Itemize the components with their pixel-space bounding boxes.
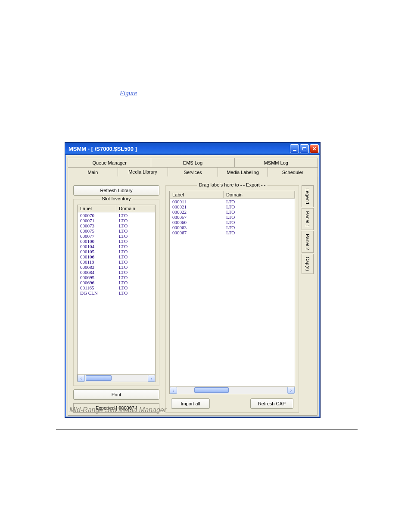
list-item[interactable]: 000070LTO bbox=[78, 213, 155, 218]
cell-domain: LTO bbox=[116, 290, 155, 296]
list-item[interactable]: 000684LTO bbox=[78, 270, 155, 275]
tab-ems-log[interactable]: EMS Log bbox=[151, 158, 234, 167]
col-label[interactable]: Label bbox=[78, 205, 116, 212]
tab-label: Services bbox=[184, 170, 202, 175]
side-tab-legend[interactable]: Legend bbox=[302, 185, 314, 207]
tab-row-top: Queue Manager EMS Log MSMM Log bbox=[68, 158, 318, 167]
list-item[interactable]: 000021LTO bbox=[170, 204, 295, 209]
cell-domain: LTO bbox=[116, 239, 155, 244]
side-tab-panel-2[interactable]: Panel 2 bbox=[302, 231, 314, 253]
cell-label: 000077 bbox=[78, 233, 116, 239]
cell-domain: LTO bbox=[116, 285, 155, 290]
tab-msmm-log[interactable]: MSMM Log bbox=[234, 158, 318, 167]
tab-label: Cap(s) bbox=[305, 257, 310, 271]
list-item[interactable]: 000077LTO bbox=[78, 233, 155, 239]
cell-domain: LTO bbox=[116, 280, 155, 285]
list-item[interactable]: 000100LTO bbox=[78, 239, 155, 244]
export-list[interactable]: Label Domain 000011LTO000021LTO000022LTO… bbox=[169, 191, 295, 394]
scroll-right-icon[interactable]: › bbox=[287, 387, 295, 394]
list-item[interactable]: 000063LTO bbox=[170, 225, 295, 230]
cell-domain: LTO bbox=[116, 275, 155, 280]
cell-domain: LTO bbox=[116, 228, 155, 233]
list-item[interactable]: 000067LTO bbox=[170, 230, 295, 235]
tab-services[interactable]: Services bbox=[168, 167, 218, 177]
minimize-button[interactable] bbox=[290, 144, 299, 153]
close-button[interactable]: × bbox=[310, 144, 319, 153]
list-body[interactable]: 000070LTO000071LTO000073LTO000075LTO0000… bbox=[78, 212, 155, 374]
maximize-button[interactable] bbox=[300, 144, 309, 153]
side-tab-panel-1[interactable]: Panel 1 bbox=[302, 208, 314, 230]
scroll-track[interactable] bbox=[177, 387, 287, 394]
scroll-track[interactable] bbox=[85, 375, 148, 382]
tab-queue-manager[interactable]: Queue Manager bbox=[68, 158, 151, 167]
cell-label: 000011 bbox=[170, 199, 224, 204]
horizontal-scrollbar[interactable]: ‹ › bbox=[78, 374, 155, 382]
cell-domain: LTO bbox=[116, 270, 155, 275]
list-item[interactable]: 000057LTO bbox=[170, 215, 295, 220]
figure-link[interactable]: Figure bbox=[120, 90, 137, 97]
cell-domain: LTO bbox=[116, 254, 155, 259]
refresh-library-button[interactable]: Refresh Library bbox=[73, 185, 159, 196]
list-item[interactable]: 000060LTO bbox=[170, 220, 295, 225]
list-item[interactable]: 000683LTO bbox=[78, 264, 155, 270]
cell-domain: LTO bbox=[116, 218, 155, 223]
cell-domain: LTO bbox=[116, 233, 155, 239]
scroll-left-icon[interactable]: ‹ bbox=[78, 375, 85, 382]
list-item[interactable]: 000106LTO bbox=[78, 254, 155, 259]
scroll-thumb[interactable] bbox=[194, 387, 229, 393]
col-domain[interactable]: Domain bbox=[224, 191, 295, 198]
cell-label: 000104 bbox=[78, 244, 116, 249]
tab-scheduler[interactable]: Scheduler bbox=[268, 167, 318, 177]
group-title: Slot Inventory bbox=[100, 196, 132, 201]
horizontal-scrollbar[interactable]: ‹ › bbox=[170, 386, 295, 394]
side-tabs: Legend Panel 1 Panel 2 Cap(s) bbox=[302, 185, 314, 413]
list-item[interactable]: 000695LTO bbox=[78, 275, 155, 280]
cell-label: 000060 bbox=[170, 220, 224, 225]
slot-inventory-list[interactable]: Label Domain 000070LTO000071LTO000073LTO… bbox=[77, 205, 156, 382]
window-title: MSMM - [ \S7000.$SL500 ] bbox=[68, 146, 137, 152]
cell-label: 000100 bbox=[78, 239, 116, 244]
list-item[interactable]: 000071LTO bbox=[78, 218, 155, 223]
list-body[interactable]: 000011LTO000021LTO000022LTO000057LTO0000… bbox=[170, 199, 295, 386]
scroll-left-icon[interactable]: ‹ bbox=[170, 387, 177, 394]
col-domain[interactable]: Domain bbox=[116, 205, 155, 212]
side-tab-caps[interactable]: Cap(s) bbox=[302, 254, 314, 274]
list-item[interactable]: 000073LTO bbox=[78, 223, 155, 228]
export-group-wrap: Drag labels here to - - Export - - Label… bbox=[165, 185, 299, 413]
list-item[interactable]: 000022LTO bbox=[170, 209, 295, 215]
cell-label: 000021 bbox=[170, 204, 224, 209]
tab-label: Media Labeling bbox=[227, 170, 259, 175]
cell-label: 000075 bbox=[78, 228, 116, 233]
tab-label: MSMM Log bbox=[264, 160, 288, 165]
scroll-right-icon[interactable]: › bbox=[148, 375, 155, 382]
cell-label: 000105 bbox=[78, 249, 116, 254]
title-bar[interactable]: MSMM - [ \S7000.$SL500 ] × bbox=[65, 143, 320, 155]
scroll-thumb[interactable] bbox=[86, 375, 112, 381]
cell-domain: LTO bbox=[224, 204, 295, 209]
tab-media-labeling[interactable]: Media Labeling bbox=[218, 167, 268, 177]
cell-domain: LTO bbox=[224, 209, 295, 215]
cell-label: 000063 bbox=[170, 225, 224, 230]
cell-label: 000022 bbox=[170, 209, 224, 215]
list-item[interactable]: 000105LTO bbox=[78, 249, 155, 254]
list-item[interactable]: 000011LTO bbox=[170, 199, 295, 204]
list-item[interactable]: DG CLNLTO bbox=[78, 290, 155, 296]
tab-media-library[interactable]: Media Library bbox=[118, 167, 168, 177]
footer-text: Mid-Range Silo Media Manager bbox=[69, 406, 166, 414]
list-item[interactable]: 000119LTO bbox=[78, 259, 155, 264]
cell-domain: LTO bbox=[224, 230, 295, 235]
import-all-button[interactable]: Import all bbox=[171, 398, 210, 409]
cell-domain: LTO bbox=[224, 199, 295, 204]
list-item[interactable]: 001165LTO bbox=[78, 285, 155, 290]
button-row: Import all Refresh CAP bbox=[169, 398, 295, 409]
cell-label: 000119 bbox=[78, 259, 116, 264]
list-item[interactable]: 000075LTO bbox=[78, 228, 155, 233]
col-label[interactable]: Label bbox=[170, 191, 224, 198]
tab-main[interactable]: Main bbox=[68, 167, 118, 177]
list-item[interactable]: 000104LTO bbox=[78, 244, 155, 249]
print-button[interactable]: Print bbox=[73, 389, 159, 400]
refresh-cap-button[interactable]: Refresh CAP bbox=[250, 398, 293, 409]
tab-row-bottom: Main Media Library Services Media Labeli… bbox=[68, 167, 318, 177]
list-item[interactable]: 000696LTO bbox=[78, 280, 155, 285]
cell-label: 000071 bbox=[78, 218, 116, 223]
